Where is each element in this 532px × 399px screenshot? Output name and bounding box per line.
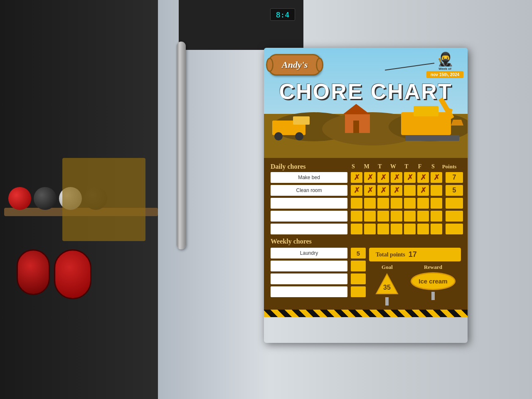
day-s1: S	[347, 163, 359, 170]
empty-3-cells	[351, 224, 463, 234]
punching-bag-red	[17, 249, 50, 295]
ball-red	[8, 187, 31, 210]
microwave: 8:4	[179, 0, 303, 50]
punching-bag-red2	[54, 249, 91, 299]
goal-triangle-svg: 35	[374, 272, 399, 296]
clean-room-w	[391, 185, 402, 196]
clock-display: 8:4	[270, 8, 295, 21]
reward-value: Ice cream	[411, 272, 455, 290]
points-header: Points	[441, 163, 458, 170]
day-s2: S	[427, 163, 439, 170]
make-bed-f	[417, 172, 429, 183]
chore-chart-magnet: Andy's 🥷 Week of nov 15th, 2024 CHORE CH…	[264, 48, 468, 343]
chore-name-make-bed: Make bed	[271, 172, 347, 183]
weekly-row-1-container: Laundry 5	[271, 248, 461, 305]
weekly-name-empty-2	[271, 273, 347, 284]
chore-name-clean-room: Clean room	[271, 185, 347, 196]
make-bed-m	[364, 172, 376, 183]
chore-row-empty-3	[271, 224, 461, 234]
reward-sign-post	[431, 292, 435, 300]
hazard-stripe	[264, 310, 468, 317]
chore-label-col-header: Daily chores	[271, 163, 347, 170]
week-date: nov 15th, 2024	[426, 71, 463, 78]
weekly-chores-section: Weekly chores Laundry 5	[271, 238, 461, 305]
weekly-row-laundry: Laundry 5	[271, 248, 366, 259]
left-gym-area	[0, 0, 175, 399]
clean-room-s2	[431, 185, 442, 196]
chore-name-empty-3	[271, 224, 347, 234]
make-bed-t2	[404, 172, 416, 183]
clean-room-points: 5	[446, 185, 463, 196]
total-points-value: 17	[409, 250, 417, 259]
weekly-points-laundry: 5	[351, 248, 366, 259]
make-bed-s1	[351, 172, 362, 183]
weekly-header: Weekly chores	[271, 238, 461, 245]
total-points-label: Total points	[376, 251, 405, 258]
clean-room-t2	[404, 185, 416, 196]
make-bed-cells: 7	[351, 172, 463, 183]
reward-section: Reward Ice cream	[411, 264, 455, 300]
chore-row-clean-room: Clean room 5	[271, 185, 461, 196]
chore-row-make-bed: Make bed 7	[271, 172, 461, 183]
weekly-right-side: Total points 17 Goal 35	[369, 248, 461, 305]
weekly-row-empty-2	[271, 273, 366, 284]
week-info: Week of nov 15th, 2024	[426, 67, 463, 78]
chart-title: CHORE CHART	[264, 79, 468, 104]
day-f: F	[414, 163, 426, 170]
svg-rect-12	[414, 106, 438, 116]
make-bed-s2	[431, 172, 442, 183]
chart-body: Daily chores S M T W T F S Points Make b…	[264, 158, 468, 310]
clean-room-cells: 5	[351, 185, 463, 196]
day-w: W	[387, 163, 399, 170]
reward-label: Reward	[424, 264, 442, 271]
empty-2-cells	[351, 211, 463, 222]
make-bed-w	[391, 172, 402, 183]
name-log-badge: Andy's	[268, 54, 321, 76]
goal-section: Goal 35	[374, 264, 399, 305]
clean-room-f	[417, 185, 429, 196]
goal-reward-container: Goal 35 Reward Ice cream	[369, 264, 461, 305]
days-header-row: Daily chores S M T W T F S Points	[271, 163, 461, 170]
weekly-name-laundry: Laundry	[271, 248, 347, 259]
day-cols-container: S M T W T F S Points	[347, 163, 458, 170]
chart-header: Andy's 🥷 Week of nov 15th, 2024	[268, 51, 463, 78]
svg-rect-5	[293, 116, 310, 125]
weekly-pts-empty-1	[351, 261, 366, 271]
make-bed-points: 7	[446, 172, 463, 183]
svg-rect-10	[353, 121, 359, 133]
daily-chores-section: Daily chores S M T W T F S Points Make b…	[271, 163, 461, 234]
goal-label: Goal	[382, 264, 393, 271]
svg-point-6	[274, 132, 283, 140]
ball-black	[34, 187, 57, 210]
svg-marker-9	[343, 104, 370, 114]
weekly-name-empty-1	[271, 261, 347, 271]
ninja-icon: 🥷	[437, 51, 453, 67]
child-name: Andy's	[282, 59, 308, 70]
weekly-row-empty-3	[271, 286, 366, 297]
week-of-label: Week of	[438, 67, 451, 71]
weekly-row-empty-1	[271, 261, 366, 271]
empty-1-cells	[351, 198, 463, 209]
daily-chores-label: Daily chores	[271, 163, 306, 170]
clean-room-m	[364, 185, 376, 196]
week-ninja-area: 🥷 Week of nov 15th, 2024	[426, 51, 463, 78]
wood-panel	[62, 158, 145, 241]
make-bed-t1	[377, 172, 389, 183]
svg-text:35: 35	[384, 284, 391, 291]
svg-rect-13	[405, 135, 459, 141]
chore-row-empty-2	[271, 211, 461, 222]
chart-top-section: Andy's 🥷 Week of nov 15th, 2024 CHORE CH…	[264, 48, 468, 158]
chore-name-empty-2	[271, 211, 347, 222]
chore-name-empty-1	[271, 198, 347, 209]
weekly-pts-empty-2	[351, 273, 366, 284]
svg-marker-16	[451, 120, 463, 126]
weekly-name-empty-3	[271, 286, 347, 297]
chore-row-empty-1	[271, 198, 461, 209]
weekly-pts-empty-3	[351, 286, 366, 297]
day-t2: T	[401, 163, 412, 170]
goal-sign-post	[385, 297, 389, 305]
day-m: M	[361, 163, 372, 170]
day-t1: T	[374, 163, 386, 170]
fridge-handle	[177, 42, 186, 249]
svg-point-7	[295, 132, 303, 140]
